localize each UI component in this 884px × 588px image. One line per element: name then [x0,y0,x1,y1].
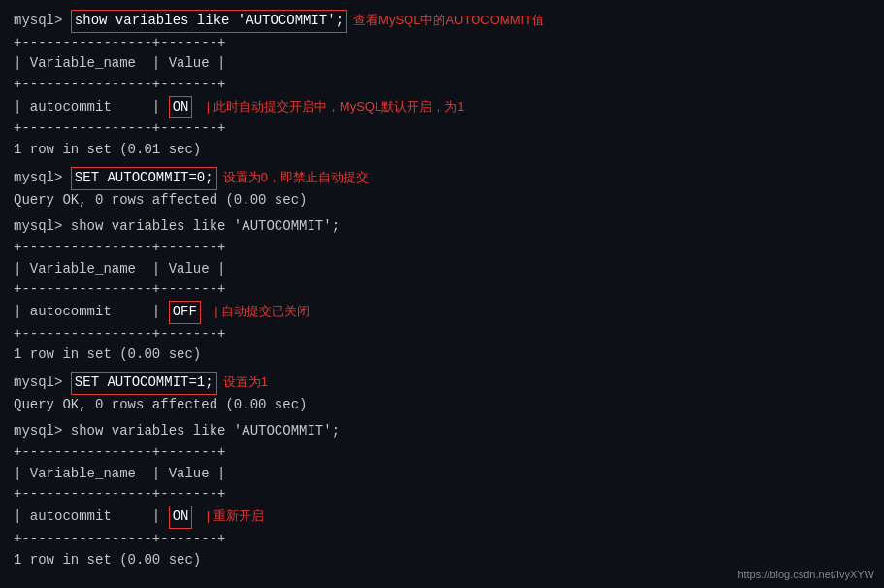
table-header-2: | Variable_name | Value | [14,259,870,280]
plain-2: mysql> show variables like 'AUTOCOMMIT'; [14,421,870,442]
plain-1: mysql> show variables like 'AUTOCOMMIT'; [14,216,870,238]
space-3 [62,373,70,394]
autocommit-row-1: | autocommit | ON | 此时自动提交开启中，MySQL默认开启，… [14,96,870,119]
result-2: Query OK, 0 rows affected (0.00 sec) [14,190,870,212]
table-sep-1: +----------------+-------+ [14,33,870,54]
prompt-1: mysql> [14,11,62,32]
comment-2: 设置为0，即禁止自动提交 [223,168,369,187]
row-pipe-3 [192,506,200,528]
table-sep-5: +----------------+-------+ [14,279,870,301]
table-sep-4: +----------------+-------+ [14,238,870,259]
autocommit-row-2: | autocommit | OFF | 自动提交已关闭 [14,301,870,324]
table-sep-6: +----------------+-------+ [14,324,870,345]
result-4: Query OK, 0 rows affected (0.00 sec) [14,395,870,416]
cmd-box-2: SET AUTOCOMMIT=0; [71,167,217,190]
result-1: 1 row in set (0.01 sec) [14,140,870,161]
result-5: 1 row in set (0.00 sec) [14,550,870,572]
table-sep-3: +----------------+-------+ [14,118,870,140]
table-sep-2: +----------------+-------+ [14,75,870,96]
table-sep-9: +----------------+-------+ [14,529,870,550]
row-label-2: | autocommit | [14,302,169,323]
space-2 [62,168,70,189]
table-header-1: | Variable_name | Value | [14,53,870,75]
comment-off-1: | 自动提交已关闭 [214,302,310,321]
cmd-box-1: show variables like 'AUTOCOMMIT'; [71,10,347,33]
cmd-box-3: SET AUTOCOMMIT=1; [71,372,217,395]
value-off-1: OFF [169,301,201,324]
row-label-3: | autocommit | [14,506,169,528]
prompt-2: mysql> [14,168,62,189]
comment-1: 查看MySQL中的AUTOCOMMIT值 [353,11,544,30]
comment-on-2: | 重新开启 [207,506,264,526]
table-header-3: | Variable_name | Value | [14,464,870,485]
comment-3: 设置为1 [223,373,268,392]
watermark: https://blog.csdn.net/IvyXYW [737,569,874,580]
cmd-line-2: mysql> SET AUTOCOMMIT=0; 设置为0，即禁止自动提交 [14,167,870,190]
table-sep-7: +----------------+-------+ [14,442,870,464]
cmd-line-1: mysql> show variables like 'AUTOCOMMIT';… [14,10,870,33]
value-on-1: ON [169,96,193,119]
autocommit-row-3: | autocommit | ON | 重新开启 [14,506,870,529]
row-pipe-2 [201,302,209,323]
cmd-line-3: mysql> SET AUTOCOMMIT=1; 设置为1 [14,372,870,395]
result-3: 1 row in set (0.00 sec) [14,344,870,366]
prompt-3: mysql> [14,373,62,394]
row-pipe-1 [192,97,200,118]
value-on-2: ON [169,506,193,529]
table-sep-8: +----------------+-------+ [14,484,870,506]
space [62,11,70,32]
row-label-1: | autocommit | [14,97,169,118]
terminal: mysql> show variables like 'AUTOCOMMIT';… [0,0,884,580]
comment-on-1: | 此时自动提交开启中，MySQL默认开启，为1 [207,97,465,116]
